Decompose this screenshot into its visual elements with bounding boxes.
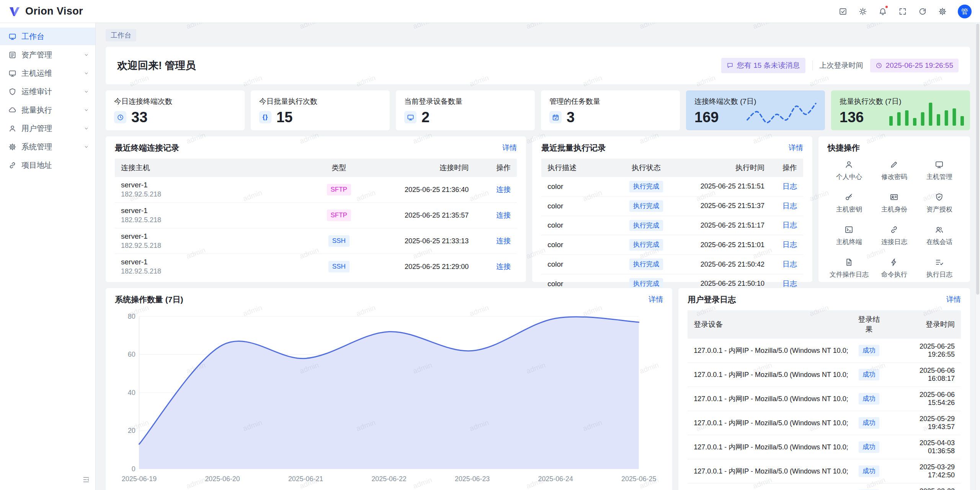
stat-value: 136 <box>840 110 864 125</box>
status-badge: 执行完成 <box>629 239 663 251</box>
svg-text:2025-06-20: 2025-06-20 <box>205 475 240 483</box>
welcome-title: 欢迎回来! 管理员 <box>117 59 196 72</box>
shield-check-icon <box>935 193 944 202</box>
quick-action-file-op-logs[interactable]: 文件操作日志 <box>828 258 871 279</box>
quick-action-online-sessions[interactable]: 在线会话 <box>918 225 961 246</box>
stat-card-batch-today: 今日批量执行次数 {} 15 <box>251 90 390 130</box>
quick-action-exec-logs[interactable]: 执行日志 <box>918 258 961 279</box>
sidebar-item-workbench[interactable]: 工作台 <box>0 28 95 45</box>
connect-link[interactable]: 连接 <box>496 185 511 193</box>
connect-link[interactable]: 连接 <box>496 262 511 270</box>
quick-action-asset-grant[interactable]: 资产授权 <box>918 193 961 214</box>
user-avatar[interactable]: 管 <box>958 5 972 18</box>
quick-action-connect-logs[interactable]: 连接日志 <box>873 225 916 246</box>
table-row: color 执行完成 2025-06-25 21:51:37 日志 <box>541 197 803 216</box>
table-row: color 执行完成 2025-06-25 21:51:51 日志 <box>541 177 803 197</box>
stat-value: 2 <box>421 110 430 125</box>
quick-action-host-identity[interactable]: 主机身份 <box>873 193 916 214</box>
stat-card-terminal-7d: 连接终端次数 (7日) 169 <box>686 90 825 130</box>
sidebar-item-project-link[interactable]: 项目地址 <box>0 156 95 174</box>
result-badge: 成功 <box>859 369 879 380</box>
chevron-down-icon <box>83 126 89 131</box>
link-icon <box>8 161 16 169</box>
sidebar-item-users[interactable]: 用户管理 <box>0 120 95 137</box>
ops-chart-detail-link[interactable]: 详情 <box>648 295 663 305</box>
chevron-down-icon <box>83 144 89 150</box>
log-link[interactable]: 日志 <box>782 260 797 268</box>
quick-action-host-terminal[interactable]: 主机终端 <box>828 225 871 246</box>
last-login-time-badge: 2025-06-25 19:26:55 <box>870 59 959 72</box>
fullscreen-button[interactable] <box>895 4 910 19</box>
log-link[interactable]: 日志 <box>782 202 797 210</box>
log-link[interactable]: 日志 <box>782 241 797 249</box>
host-monitor-icon <box>8 69 16 77</box>
log-link[interactable]: 日志 <box>782 280 797 288</box>
workspace-nav-button[interactable] <box>835 4 851 19</box>
sidebar-collapse-button[interactable] <box>82 476 90 485</box>
sidebar-item-batch-exec[interactable]: 批量执行 <box>0 101 95 119</box>
connect-link[interactable]: 连接 <box>496 237 511 245</box>
chevron-down-icon <box>83 107 89 113</box>
panel-title: 最近终端连接记录 <box>115 143 179 153</box>
stats-row: 今日连接终端次数 33 今日批量执行次数 {} 15 当前登录设备数量 2 <box>106 90 970 130</box>
workbench-icon <box>8 33 16 41</box>
log-link[interactable]: 日志 <box>782 221 797 229</box>
protocol-badge: SSH <box>328 261 350 272</box>
scrollbar-thumb[interactable] <box>976 24 979 295</box>
divider <box>812 61 813 70</box>
login-logs-detail-link[interactable]: 详情 <box>946 295 961 305</box>
table-row: server-1182.92.5.218 SSH 2025-06-25 21:3… <box>115 228 517 254</box>
batch-records-panel: 最近批量执行记录 详情 执行描述 执行状态 执行时间 操作 color 执行完成… <box>532 136 812 282</box>
result-badge: 成功 <box>859 417 879 429</box>
notification-dot <box>885 5 889 9</box>
table-row: 127.0.0.1 - 内网IP - Mozilla/5.0 (Windows … <box>688 339 961 363</box>
gear-icon <box>8 143 16 151</box>
quick-action-host-manage[interactable]: 主机管理 <box>918 160 961 181</box>
batch-records-detail-link[interactable]: 详情 <box>789 143 803 153</box>
chevron-down-icon <box>83 52 89 58</box>
unread-messages-badge[interactable]: 您有 15 条未读消息 <box>721 58 805 73</box>
log-link[interactable]: 日志 <box>782 182 797 190</box>
svg-text:80: 80 <box>128 313 136 320</box>
chat-icon <box>727 62 733 69</box>
stat-value: 169 <box>694 110 719 125</box>
panel-title: 用户登录日志 <box>688 294 736 305</box>
quick-action-host-keys[interactable]: 主机密钥 <box>828 193 871 214</box>
scrollbar-track <box>975 23 980 490</box>
refresh-button[interactable] <box>915 4 930 19</box>
file-icon <box>844 258 853 267</box>
svg-text:2025-06-23: 2025-06-23 <box>455 475 490 483</box>
sidebar: 工作台 资产管理 主机运维 运维审计 批量执行 用户管理 <box>0 23 96 490</box>
ops-area-chart: 0204060802025-06-192025-06-202025-06-212… <box>115 310 663 486</box>
svg-text:2025-06-22: 2025-06-22 <box>371 475 406 483</box>
theme-toggle-button[interactable] <box>855 4 871 19</box>
connect-link[interactable]: 连接 <box>496 211 511 219</box>
chevron-down-icon <box>83 89 89 95</box>
status-badge: 执行完成 <box>629 220 663 231</box>
status-badge: 执行完成 <box>629 181 663 192</box>
stat-value: 3 <box>567 110 575 125</box>
table-row: 127.0.0.1 - 内网IP - Mozilla/5.0 (Windows … <box>688 459 961 483</box>
quick-action-change-password[interactable]: 修改密码 <box>873 160 916 181</box>
quick-action-command-exec[interactable]: 命令执行 <box>873 258 916 279</box>
result-badge: 成功 <box>859 345 879 356</box>
sparkline-chart <box>744 100 819 126</box>
bolt-icon <box>890 258 898 267</box>
panel-title: 系统操作数量 (7日) <box>115 294 183 305</box>
sidebar-item-system[interactable]: 系统管理 <box>0 138 95 156</box>
cloud-icon <box>8 106 16 114</box>
sidebar-item-host-ops[interactable]: 主机运维 <box>0 64 95 82</box>
breadcrumb-item-workbench[interactable]: 工作台 <box>106 29 136 41</box>
table-row: server-1182.92.5.218 SSH 2025-06-25 21:2… <box>115 254 517 279</box>
table-row: 127.0.0.1 - 内网IP - Mozilla/5.0 (Windows … <box>688 435 961 459</box>
status-badge: 执行完成 <box>629 200 663 212</box>
panel-title: 最近批量执行记录 <box>541 143 606 153</box>
sidebar-item-assets[interactable]: 资产管理 <box>0 46 95 64</box>
monitor-icon <box>404 111 416 123</box>
sidebar-item-audit[interactable]: 运维审计 <box>0 83 95 100</box>
settings-button[interactable] <box>935 4 950 19</box>
notifications-button[interactable] <box>875 4 890 19</box>
terminal-records-detail-link[interactable]: 详情 <box>502 143 517 153</box>
quick-action-profile[interactable]: 个人中心 <box>828 160 871 181</box>
terminal-records-panel: 最近终端连接记录 详情 连接主机 类型 连接时间 操作 server-1182.… <box>106 136 526 282</box>
